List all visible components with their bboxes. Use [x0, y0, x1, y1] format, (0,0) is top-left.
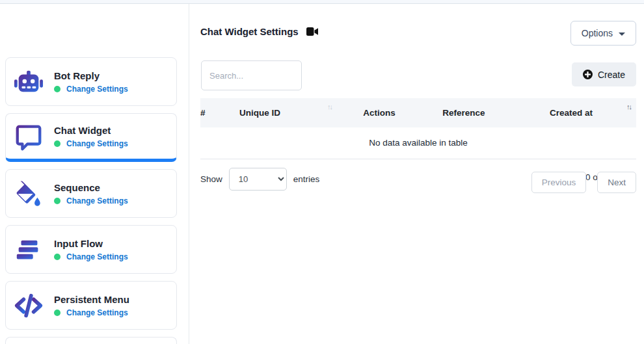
chat-bubble-icon [14, 122, 44, 152]
caret-down-icon [619, 33, 625, 36]
status-dot [54, 86, 60, 92]
change-settings-link[interactable]: Change Settings [66, 139, 128, 148]
change-settings-link[interactable]: Change Settings [66, 308, 128, 317]
change-settings-link[interactable]: Change Settings [66, 196, 128, 205]
sidebar-item-persistent-menu[interactable]: Persistent Menu Change Settings [5, 281, 177, 330]
entries-label: entries [293, 174, 320, 184]
column-header-unique-id[interactable]: Unique ID ↑↓ [239, 98, 337, 127]
input-flow-icon [14, 235, 44, 265]
search-input[interactable] [201, 60, 302, 90]
robot-icon [14, 67, 44, 97]
create-label: Create [598, 70, 625, 80]
sidebar-item-label: Chat Widget [54, 125, 128, 136]
empty-message: No data available in table [200, 127, 636, 159]
status-dot [54, 198, 60, 204]
status-dot [54, 254, 60, 260]
plus-circle-icon [583, 70, 593, 79]
sort-icon[interactable]: ↑↓ [626, 103, 631, 111]
previous-button[interactable]: Previous [531, 172, 587, 193]
sidebar-item-sequence[interactable]: Sequence Change Settings [5, 169, 177, 218]
sort-icon[interactable]: ↑↓ [327, 103, 332, 111]
change-settings-link[interactable]: Change Settings [66, 85, 128, 94]
sidebar-item-chat-widget[interactable]: Chat Widget Change Settings [5, 113, 177, 162]
next-button[interactable]: Next [597, 172, 636, 193]
sidebar-item-label: Bot Reply [54, 70, 128, 81]
sidebar-item-label: Sequence [54, 182, 128, 193]
pagination: Previous Next [531, 172, 636, 193]
column-header-actions: Actions [337, 98, 422, 127]
sidebar-item-label: Input Flow [54, 238, 128, 249]
status-dot [54, 140, 60, 147]
create-button[interactable]: Create [572, 62, 636, 86]
table-empty-row: No data available in table [200, 127, 636, 159]
options-label: Options [582, 28, 613, 38]
column-header-index: # [200, 98, 239, 127]
column-header-reference: Reference [422, 98, 506, 127]
page-size-select[interactable]: 10 [229, 168, 287, 191]
sidebar-item-input-flow[interactable]: Input Flow Change Settings [5, 225, 177, 274]
column-header-created-at[interactable]: Created at ↑↓ [506, 98, 636, 127]
show-label: Show [200, 174, 222, 184]
table-header-row: # Unique ID ↑↓ Actions Reference Created… [200, 98, 636, 127]
sidebar-item-label: Persistent Menu [54, 294, 129, 305]
main-content: Chat Widget Settings Options Create [189, 4, 644, 344]
options-button[interactable]: Options [570, 21, 636, 46]
change-settings-link[interactable]: Change Settings [66, 252, 128, 261]
code-icon [14, 291, 44, 321]
status-dot [54, 310, 60, 316]
page-title: Chat Widget Settings [200, 26, 299, 37]
data-table: # Unique ID ↑↓ Actions Reference Created… [200, 98, 636, 159]
logo-area [5, 4, 177, 57]
sidebar-item-bot-reply[interactable]: Bot Reply Change Settings [5, 57, 177, 106]
paint-bucket-icon [14, 179, 44, 209]
sidebar-item-partial[interactable] [5, 337, 177, 344]
video-camera-icon [306, 27, 318, 36]
sidebar: Bot Reply Change Settings Chat Widget Ch… [0, 4, 189, 344]
